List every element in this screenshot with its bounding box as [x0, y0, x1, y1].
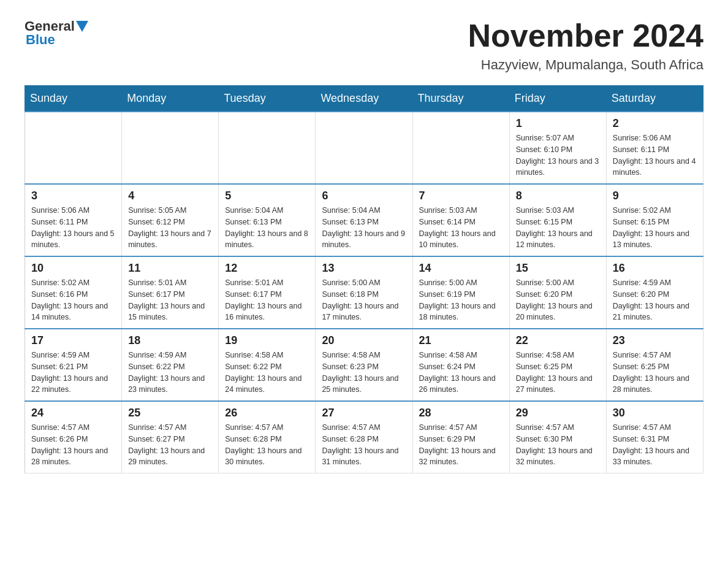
day-info: Sunrise: 4:57 AMSunset: 6:29 PMDaylight:…	[419, 422, 503, 468]
day-number: 17	[31, 334, 115, 347]
day-number: 3	[31, 190, 115, 202]
calendar-cell	[316, 112, 412, 184]
day-info: Sunrise: 4:57 AMSunset: 6:28 PMDaylight:…	[322, 422, 406, 468]
page-header: General Blue November 2024 Hazyview, Mpu…	[25, 18, 703, 73]
calendar-cell: 29Sunrise: 4:57 AMSunset: 6:30 PMDayligh…	[509, 401, 606, 473]
day-number: 30	[613, 407, 697, 419]
day-info: Sunrise: 5:06 AMSunset: 6:11 PMDaylight:…	[31, 205, 115, 251]
day-number: 13	[322, 262, 406, 275]
calendar-cell: 14Sunrise: 5:00 AMSunset: 6:19 PMDayligh…	[412, 256, 509, 329]
location-title: Hazyview, Mpumalanga, South Africa	[468, 57, 703, 73]
calendar-cell: 3Sunrise: 5:06 AMSunset: 6:11 PMDaylight…	[25, 184, 122, 256]
calendar-week-row: 3Sunrise: 5:06 AMSunset: 6:11 PMDaylight…	[25, 184, 703, 256]
calendar-cell: 18Sunrise: 4:59 AMSunset: 6:22 PMDayligh…	[122, 329, 219, 401]
day-info: Sunrise: 4:57 AMSunset: 6:26 PMDaylight:…	[31, 422, 115, 468]
calendar-cell: 21Sunrise: 4:58 AMSunset: 6:24 PMDayligh…	[412, 329, 509, 401]
weekday-header-friday: Friday	[509, 86, 606, 112]
day-number: 27	[322, 407, 406, 419]
day-number: 28	[419, 407, 503, 419]
day-info: Sunrise: 4:57 AMSunset: 6:27 PMDaylight:…	[128, 422, 212, 468]
day-info: Sunrise: 5:01 AMSunset: 6:17 PMDaylight:…	[225, 277, 309, 323]
day-info: Sunrise: 4:58 AMSunset: 6:25 PMDaylight:…	[516, 350, 600, 396]
day-number: 16	[613, 262, 697, 275]
calendar-cell	[25, 112, 122, 184]
weekday-header-sunday: Sunday	[25, 86, 122, 112]
logo: General Blue	[25, 18, 88, 48]
day-number: 19	[225, 334, 309, 347]
calendar-week-row: 17Sunrise: 4:59 AMSunset: 6:21 PMDayligh…	[25, 329, 703, 401]
calendar-cell: 12Sunrise: 5:01 AMSunset: 6:17 PMDayligh…	[219, 256, 316, 329]
weekday-header-saturday: Saturday	[606, 86, 703, 112]
title-block: November 2024 Hazyview, Mpumalanga, Sout…	[468, 18, 703, 73]
day-number: 7	[419, 190, 503, 202]
day-info: Sunrise: 5:02 AMSunset: 6:15 PMDaylight:…	[613, 205, 697, 251]
calendar-cell: 15Sunrise: 5:00 AMSunset: 6:20 PMDayligh…	[509, 256, 606, 329]
calendar-header: SundayMondayTuesdayWednesdayThursdayFrid…	[25, 86, 703, 112]
calendar-cell: 17Sunrise: 4:59 AMSunset: 6:21 PMDayligh…	[25, 329, 122, 401]
weekday-header-row: SundayMondayTuesdayWednesdayThursdayFrid…	[25, 86, 703, 112]
day-info: Sunrise: 5:07 AMSunset: 6:10 PMDaylight:…	[516, 132, 600, 178]
logo-blue-text: Blue	[26, 32, 55, 48]
calendar-body: 1Sunrise: 5:07 AMSunset: 6:10 PMDaylight…	[25, 112, 703, 473]
day-info: Sunrise: 4:57 AMSunset: 6:25 PMDaylight:…	[613, 350, 697, 396]
day-number: 21	[419, 334, 503, 347]
weekday-header-wednesday: Wednesday	[316, 86, 412, 112]
day-number: 8	[516, 190, 600, 202]
calendar-cell	[122, 112, 219, 184]
day-number: 23	[613, 334, 697, 347]
calendar-cell	[219, 112, 316, 184]
day-number: 20	[322, 334, 406, 347]
calendar-cell: 20Sunrise: 4:58 AMSunset: 6:23 PMDayligh…	[316, 329, 412, 401]
calendar-cell: 7Sunrise: 5:03 AMSunset: 6:14 PMDaylight…	[412, 184, 509, 256]
calendar-cell: 9Sunrise: 5:02 AMSunset: 6:15 PMDaylight…	[606, 184, 703, 256]
day-info: Sunrise: 5:04 AMSunset: 6:13 PMDaylight:…	[322, 205, 406, 251]
day-info: Sunrise: 5:03 AMSunset: 6:15 PMDaylight:…	[516, 205, 600, 251]
calendar-cell: 25Sunrise: 4:57 AMSunset: 6:27 PMDayligh…	[122, 401, 219, 473]
day-info: Sunrise: 4:59 AMSunset: 6:22 PMDaylight:…	[128, 350, 212, 396]
calendar-cell: 27Sunrise: 4:57 AMSunset: 6:28 PMDayligh…	[316, 401, 412, 473]
day-info: Sunrise: 5:00 AMSunset: 6:19 PMDaylight:…	[419, 277, 503, 323]
day-number: 4	[128, 190, 212, 202]
calendar-week-row: 10Sunrise: 5:02 AMSunset: 6:16 PMDayligh…	[25, 256, 703, 329]
logo-triangle-icon	[76, 21, 88, 33]
day-info: Sunrise: 4:58 AMSunset: 6:23 PMDaylight:…	[322, 350, 406, 396]
calendar-cell: 5Sunrise: 5:04 AMSunset: 6:13 PMDaylight…	[219, 184, 316, 256]
day-number: 11	[128, 262, 212, 275]
calendar-cell: 6Sunrise: 5:04 AMSunset: 6:13 PMDaylight…	[316, 184, 412, 256]
day-info: Sunrise: 4:59 AMSunset: 6:21 PMDaylight:…	[31, 350, 115, 396]
day-info: Sunrise: 5:06 AMSunset: 6:11 PMDaylight:…	[613, 132, 697, 178]
day-info: Sunrise: 4:57 AMSunset: 6:31 PMDaylight:…	[613, 422, 697, 468]
day-info: Sunrise: 5:02 AMSunset: 6:16 PMDaylight:…	[31, 277, 115, 323]
weekday-header-thursday: Thursday	[412, 86, 509, 112]
day-info: Sunrise: 5:00 AMSunset: 6:18 PMDaylight:…	[322, 277, 406, 323]
calendar-cell: 28Sunrise: 4:57 AMSunset: 6:29 PMDayligh…	[412, 401, 509, 473]
day-number: 29	[516, 407, 600, 419]
weekday-header-tuesday: Tuesday	[219, 86, 316, 112]
day-info: Sunrise: 4:59 AMSunset: 6:20 PMDaylight:…	[613, 277, 697, 323]
calendar-cell: 4Sunrise: 5:05 AMSunset: 6:12 PMDaylight…	[122, 184, 219, 256]
calendar-cell: 8Sunrise: 5:03 AMSunset: 6:15 PMDaylight…	[509, 184, 606, 256]
day-info: Sunrise: 4:58 AMSunset: 6:22 PMDaylight:…	[225, 350, 309, 396]
day-number: 10	[31, 262, 115, 275]
day-info: Sunrise: 5:00 AMSunset: 6:20 PMDaylight:…	[516, 277, 600, 323]
weekday-header-monday: Monday	[122, 86, 219, 112]
day-number: 15	[516, 262, 600, 275]
calendar-cell: 23Sunrise: 4:57 AMSunset: 6:25 PMDayligh…	[606, 329, 703, 401]
day-number: 6	[322, 190, 406, 202]
calendar-week-row: 1Sunrise: 5:07 AMSunset: 6:10 PMDaylight…	[25, 112, 703, 184]
day-info: Sunrise: 5:05 AMSunset: 6:12 PMDaylight:…	[128, 205, 212, 251]
day-info: Sunrise: 5:01 AMSunset: 6:17 PMDaylight:…	[128, 277, 212, 323]
day-number: 14	[419, 262, 503, 275]
calendar-cell: 13Sunrise: 5:00 AMSunset: 6:18 PMDayligh…	[316, 256, 412, 329]
calendar-cell: 11Sunrise: 5:01 AMSunset: 6:17 PMDayligh…	[122, 256, 219, 329]
day-info: Sunrise: 5:04 AMSunset: 6:13 PMDaylight:…	[225, 205, 309, 251]
day-number: 1	[516, 117, 600, 130]
day-number: 25	[128, 407, 212, 419]
day-info: Sunrise: 4:57 AMSunset: 6:30 PMDaylight:…	[516, 422, 600, 468]
day-number: 24	[31, 407, 115, 419]
calendar-cell: 1Sunrise: 5:07 AMSunset: 6:10 PMDaylight…	[509, 112, 606, 184]
day-info: Sunrise: 4:58 AMSunset: 6:24 PMDaylight:…	[419, 350, 503, 396]
calendar-cell: 10Sunrise: 5:02 AMSunset: 6:16 PMDayligh…	[25, 256, 122, 329]
day-number: 18	[128, 334, 212, 347]
calendar-week-row: 24Sunrise: 4:57 AMSunset: 6:26 PMDayligh…	[25, 401, 703, 473]
